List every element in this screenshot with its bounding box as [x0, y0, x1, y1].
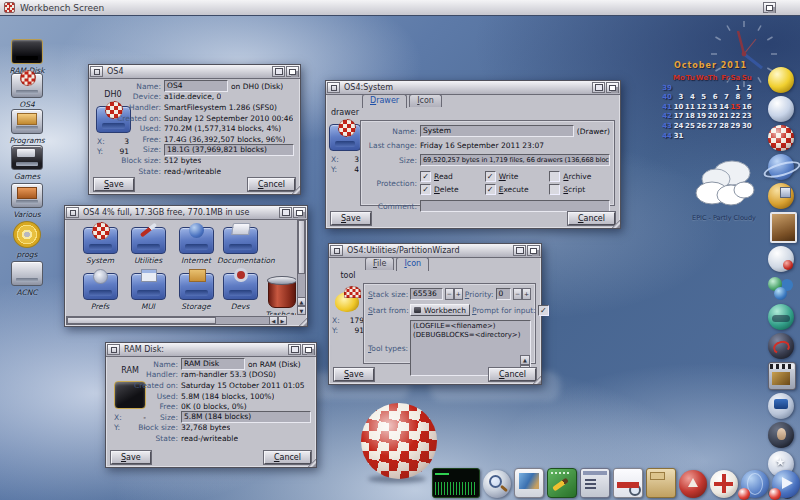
- drawer-icon[interactable]: [329, 124, 361, 151]
- depth-gadget[interactable]: [302, 344, 315, 355]
- drawer-icon-devs[interactable]: Devs: [217, 273, 263, 311]
- checkbox-checked[interactable]: ✓: [485, 171, 496, 182]
- cancel-button[interactable]: Cancel: [568, 212, 615, 225]
- tab-icon[interactable]: Icon: [409, 94, 442, 107]
- depth-gadget[interactable]: [286, 66, 299, 77]
- save-button[interactable]: Save: [94, 178, 134, 191]
- scroll-right-arrow[interactable]: ▶: [278, 316, 287, 325]
- drawer-icon-storage[interactable]: Storage: [173, 273, 219, 311]
- vertical-scrollbar[interactable]: ▲▼: [297, 219, 306, 315]
- desktop-icon-os4[interactable]: OS4: [4, 73, 50, 109]
- desktop-icon-programs[interactable]: Programs: [4, 109, 50, 145]
- titlebar[interactable]: OS4:Utilities/PartitionWizard: [329, 244, 541, 258]
- yellow-ball-icon[interactable]: [768, 67, 794, 93]
- amp-icon[interactable]: [768, 333, 794, 359]
- desktop-icon-acnc[interactable]: ACNC: [4, 261, 50, 297]
- screen-depth-gadget[interactable]: [763, 2, 776, 13]
- image-viewer-icon[interactable]: [514, 468, 544, 498]
- size-field[interactable]: 5.8M (184 blocks): [181, 411, 311, 423]
- stack-size-stepper[interactable]: −+: [445, 288, 463, 300]
- web-globe-icon[interactable]: [741, 470, 769, 498]
- globe-red-icon[interactable]: [768, 246, 794, 272]
- zoom-gadget[interactable]: [272, 66, 285, 77]
- dvd-globe-icon[interactable]: [768, 304, 794, 330]
- scroll-left-arrow[interactable]: ◀: [269, 316, 278, 325]
- cancel-button[interactable]: Cancel: [264, 451, 311, 464]
- titlebar[interactable]: OS4:System: [326, 81, 620, 95]
- close-gadget[interactable]: [330, 245, 343, 256]
- resize-gadget[interactable]: [532, 375, 541, 384]
- scrollbar-knob[interactable]: [298, 220, 305, 274]
- titlebar[interactable]: OS4 4% full, 17.3GB free, 770.1MB in use: [65, 206, 307, 220]
- photo-icon[interactable]: [770, 212, 797, 243]
- tool-icon[interactable]: [334, 286, 362, 312]
- zoom-gadget[interactable]: [513, 245, 526, 256]
- zoom-gadget[interactable]: [288, 344, 301, 355]
- planet-icon[interactable]: [768, 154, 794, 180]
- cpu-meter-icon[interactable]: [432, 468, 480, 498]
- drawer-icon-system[interactable]: System: [77, 227, 123, 265]
- titlebar[interactable]: OS4: [89, 65, 300, 79]
- close-gadget[interactable]: [327, 82, 340, 93]
- protection-archive[interactable]: Archive: [549, 171, 610, 182]
- silver-ball-icon[interactable]: [768, 96, 794, 122]
- cancel-button[interactable]: Cancel: [248, 178, 295, 191]
- name-field[interactable]: System: [420, 125, 574, 137]
- drawer-icon-mui[interactable]: MUI: [125, 273, 171, 311]
- titlebar[interactable]: RAM Disk:: [106, 343, 316, 357]
- shell-icon[interactable]: [580, 468, 610, 498]
- file-browser-icon[interactable]: [646, 468, 676, 498]
- molecules-icon[interactable]: [768, 275, 794, 301]
- protection-read[interactable]: ✓Read: [420, 171, 481, 182]
- scroll-up-arrow[interactable]: ▲: [297, 297, 306, 306]
- drawer-icon-internet[interactable]: Internet: [173, 227, 219, 265]
- search-icon[interactable]: [483, 470, 511, 498]
- checkbox-checked[interactable]: ✓: [485, 184, 496, 195]
- drawer-icon-trashcan[interactable]: Trashcan: [259, 279, 296, 315]
- text-editor-icon[interactable]: [547, 468, 577, 498]
- tab-icon[interactable]: Icon: [396, 257, 429, 271]
- protection-delete[interactable]: ✓Delete: [420, 184, 481, 195]
- screen-titlebar[interactable]: Workbench Screen: [0, 0, 800, 16]
- priority-field[interactable]: 0: [496, 288, 511, 300]
- resize-gadget[interactable]: [291, 185, 300, 194]
- comment-field[interactable]: [420, 200, 610, 212]
- desktop-icon-games[interactable]: Games: [4, 145, 50, 181]
- cancel-button[interactable]: Cancel: [489, 368, 536, 381]
- close-gadget[interactable]: [90, 66, 103, 77]
- checkbox-checked[interactable]: ✓: [420, 171, 431, 182]
- resize-gadget[interactable]: [611, 219, 620, 228]
- drawer-icon-utilities[interactable]: Utilities: [125, 227, 171, 265]
- protection-script[interactable]: Script: [549, 184, 610, 195]
- priority-stepper[interactable]: −+: [513, 288, 531, 300]
- scrollbar-knob[interactable]: [67, 317, 216, 324]
- zoom-gadget[interactable]: [279, 207, 292, 218]
- aid-ball-icon[interactable]: [710, 470, 738, 498]
- drawer-icon-documentation[interactable]: Documentation: [217, 227, 263, 265]
- media-player-icon[interactable]: [772, 470, 800, 498]
- name-field[interactable]: RAM Disk: [181, 358, 245, 370]
- scroll-up-arrow[interactable]: ▲: [520, 355, 530, 365]
- checkbox-unchecked[interactable]: [549, 184, 560, 195]
- horizontal-scrollbar[interactable]: ◀▶: [66, 316, 278, 325]
- drawer-icon-prefs[interactable]: Prefs: [77, 273, 123, 311]
- protection-write[interactable]: ✓Write: [485, 171, 546, 182]
- zoom-gadget[interactable]: [592, 82, 605, 93]
- boing-mini-icon[interactable]: [768, 125, 794, 151]
- protection-execute[interactable]: ✓Execute: [485, 184, 546, 195]
- card-reader-icon[interactable]: [768, 393, 794, 419]
- start-from-dropdown[interactable]: Workbench: [410, 304, 470, 316]
- tooltype-line[interactable]: (DEBUGBLOCKS=<directory>): [413, 331, 528, 340]
- depth-gadget[interactable]: [293, 207, 306, 218]
- stack-size-field[interactable]: 65536: [410, 288, 443, 300]
- close-gadget[interactable]: [66, 207, 79, 218]
- checkbox-unchecked[interactable]: [549, 171, 560, 182]
- pdf-viewer-icon[interactable]: [613, 468, 643, 498]
- close-gadget[interactable]: [107, 344, 120, 355]
- prompt-for-input-checkbox-checked[interactable]: ✓: [538, 305, 549, 316]
- portrait-icon[interactable]: [768, 422, 794, 448]
- name-field[interactable]: OS4: [164, 80, 228, 92]
- save-button[interactable]: Save: [334, 368, 374, 381]
- desktop-icon-progs[interactable]: progs: [4, 221, 50, 259]
- desktop-icon-various[interactable]: Various: [4, 183, 50, 219]
